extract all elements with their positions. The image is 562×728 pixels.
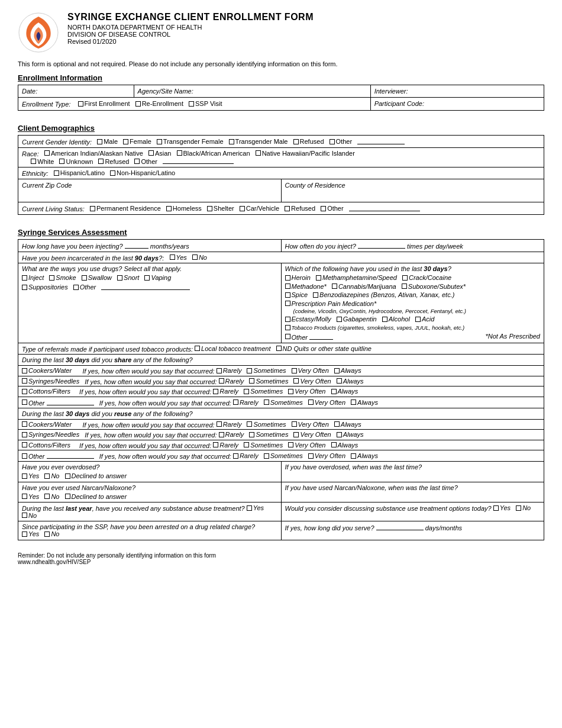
narcan-left-cell: Have you ever used Narcan/Naloxone? Yes …: [18, 482, 282, 502]
way-smoke: Smoke: [49, 274, 76, 281]
reuse-other-always: Always: [351, 452, 378, 459]
overdose-options: Yes No Declined to answer: [22, 472, 277, 480]
share-cookers-always: Always: [334, 367, 361, 374]
race-other: Other: [134, 158, 157, 165]
living-permanent: Permanent Residence: [90, 205, 161, 212]
gender-other: Other: [330, 138, 353, 145]
drug-ecstasy: Ecstasy/Molly: [285, 315, 331, 323]
incarcerated-no: No: [192, 254, 207, 261]
living-status-row: Current Living Status: Permanent Residen…: [18, 202, 544, 214]
overdose-row: Have you ever overdosed? Yes No Declined…: [18, 462, 544, 482]
drug-ways-cell: What are the ways you use drugs? Select …: [18, 263, 282, 343]
drugs-row4b: (codeine, Vicodin, OxyContin, Hydrocodon…: [285, 308, 541, 314]
reuse-syringes-always: Always: [337, 431, 364, 438]
share-other-field: [47, 398, 94, 405]
drugs-row7: Other *Not As Prescribed: [285, 333, 541, 341]
reuse-cottons-rarely: Rarely: [213, 442, 238, 449]
share-syringes-row: Syringes/Needles If yes, how often would…: [18, 376, 544, 386]
gender-female: Female: [123, 138, 151, 145]
share-syringes-always: Always: [337, 378, 364, 385]
race-aian: American Indian/Alaskan Native: [44, 150, 143, 157]
drug-crack: Crack/Cocaine: [402, 274, 451, 281]
race-asian: Asian: [148, 150, 172, 157]
drug-meth: Methamphetamine/Speed: [316, 274, 397, 281]
drug-suboxone: Suboxone/Subutex*: [402, 283, 466, 290]
reuse-other-cell: Other If yes, how often would you say th…: [18, 450, 544, 462]
share-cottons-veryoften: Very Often: [288, 388, 325, 395]
tobacco-ndquits: ND Quits or other state quitline: [276, 345, 372, 352]
race-black: Black/African American: [177, 150, 250, 157]
tobacco-referral-cell: Type of referrals made if participant us…: [18, 343, 544, 355]
way-suppositories: Suppositories: [22, 284, 68, 291]
living-homeless: Homeless: [166, 205, 202, 212]
drug-other: Other: [285, 333, 334, 341]
treatment-consider-no: No: [516, 504, 531, 511]
ethnicity-hispanic: Hispanic/Latino: [54, 169, 105, 176]
footer: Reminder: Do not include any personally …: [18, 552, 544, 565]
share-syringes-sometimes: Sometimes: [249, 378, 288, 385]
reuse-cookers-rarely: Rarely: [217, 421, 242, 428]
reuse-syringes-veryoften: Very Often: [293, 431, 331, 438]
share-other-cb: Other: [22, 398, 94, 407]
drug-ways-label: What are the ways you use drugs? Select …: [22, 265, 277, 272]
drug-alcohol: Alcohol: [382, 315, 410, 323]
enrollment-section-title: Enrollment Information: [18, 73, 544, 82]
reuse-cookers-sometimes: Sometimes: [247, 421, 286, 428]
date-cell: Date:: [18, 85, 134, 98]
drug-methadone: Methadone*: [285, 283, 327, 290]
footer-website: www.ndhealth.gov/HIV/SEP: [18, 559, 544, 565]
first-enrollment-option: First Enrollment: [78, 100, 130, 107]
tobacco-referral-row: Type of referrals made if participant us…: [18, 343, 544, 355]
way-swallow: Swallow: [82, 274, 112, 281]
agency-label: Agency/Site Name:: [138, 88, 193, 95]
drug-heroin: Heroin: [285, 274, 311, 281]
inject-frequency-cell: How often do you inject? times per day/w…: [281, 239, 544, 252]
share-other-veryoften: Very Often: [308, 399, 345, 406]
share-header-row: During the last 30 days did you share an…: [18, 355, 544, 366]
demographics-section-title: Client Demographics: [18, 124, 544, 133]
syringe-row-3: What are the ways you use drugs? Select …: [18, 263, 544, 343]
zip-county-value-row: [18, 191, 544, 202]
overdose-no: No: [44, 472, 59, 479]
zip-county-row: Current Zip Code County of Residence: [18, 179, 544, 202]
serve-field: [376, 523, 424, 530]
share-cookers-veryoften: Very Often: [292, 367, 329, 374]
living-car: Car/Vehicle: [240, 205, 279, 212]
reuse-cottons-cb: Cottons/Filters: [22, 442, 70, 449]
inject-duration-cell: How long have you been injecting? months…: [18, 239, 282, 252]
re-enrollment-checkbox: [135, 101, 141, 107]
first-enrollment-checkbox: [78, 101, 83, 107]
drugs-row4: Prescription Pain Medication*: [285, 300, 541, 308]
treatment-row: During the last last year, have you rece…: [18, 502, 544, 521]
narcan-q-text: Have you ever used Narcan/Naloxone?: [22, 484, 135, 491]
gender-trans-male: Transgender Male: [229, 138, 288, 145]
interviewer-cell: Interviewer:: [370, 85, 544, 98]
reuse-cookers-cell: Cookers/Water If yes, how often would yo…: [18, 419, 544, 430]
gender-male: Male: [97, 138, 118, 145]
share-cottons-row: Cottons/Filters If yes, how often would …: [18, 386, 544, 397]
way-other-field: [101, 283, 190, 290]
reuse-cottons-row: Cottons/Filters If yes, how often would …: [18, 440, 544, 450]
footer-reminder: Reminder: Do not include any personally …: [18, 552, 544, 559]
drugs-30days-cell: Which of the following have you used in …: [281, 263, 544, 343]
reuse-other-veryoften: Very Often: [308, 452, 345, 459]
ethnicity-row: Ethnicity: Hispanic/Latino Non-Hispanic/…: [18, 167, 544, 179]
reuse-cottons-sometimes: Sometimes: [244, 442, 283, 449]
share-syringes-cb: Syringes/Needles: [22, 378, 79, 385]
gender-other-field: [357, 137, 405, 144]
drug-acid: Acid: [415, 315, 434, 323]
overdose-last-text: If you have overdosed, when was the last…: [285, 463, 422, 471]
drugs-row5: Ecstasy/Molly Gabapentin Alcohol Acid: [285, 315, 541, 323]
narcan-yes: Yes: [22, 493, 39, 500]
race-nhpi: Native Hawaiian/Pacific Islander: [256, 150, 355, 157]
race-refused: Refused: [98, 158, 129, 165]
overdose-q-text: Have you ever overdosed?: [22, 463, 99, 471]
incarcerated-cell: Have you been incarcerated in the last 9…: [18, 252, 544, 263]
interviewer-label: Interviewer:: [374, 88, 408, 95]
share-other-sometimes: Sometimes: [264, 399, 303, 406]
reuse-syringes-row: Syringes/Needles If yes, how often would…: [18, 430, 544, 440]
date-label: Date:: [22, 88, 37, 95]
share-cookers-sometimes: Sometimes: [247, 367, 286, 374]
reuse-cottons-veryoften: Very Often: [288, 442, 325, 449]
narcan-right-cell: If you have used Narcan/Naloxone, when w…: [281, 482, 544, 502]
